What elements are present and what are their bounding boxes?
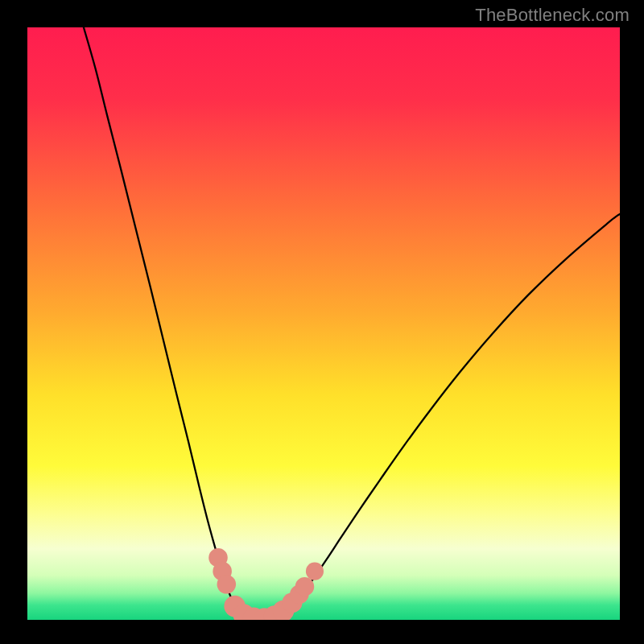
- gradient-background: [27, 27, 620, 620]
- data-marker: [217, 575, 237, 594]
- data-marker: [295, 577, 315, 597]
- data-marker: [306, 563, 324, 580]
- chart-root: TheBottleneck.com: [0, 0, 644, 644]
- chart-svg: [0, 0, 644, 644]
- watermark-text: TheBottleneck.com: [475, 5, 630, 26]
